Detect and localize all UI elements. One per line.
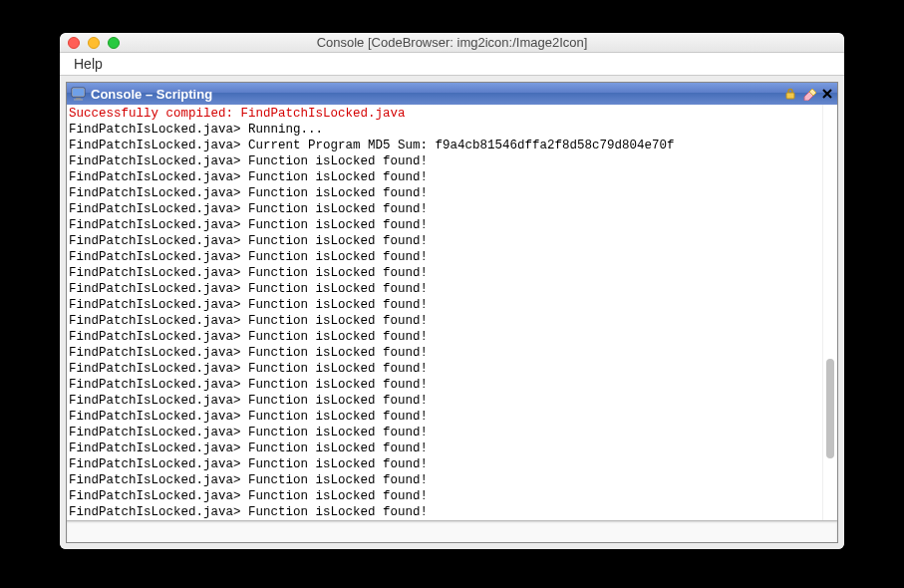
console-line: FindPatchIsLocked.java> Function isLocke…	[69, 281, 820, 297]
console-line: FindPatchIsLocked.java> Function isLocke…	[69, 153, 820, 169]
zoom-icon[interactable]	[108, 37, 120, 49]
console-line: FindPatchIsLocked.java> Current Program …	[69, 138, 820, 153]
svg-rect-2	[76, 98, 81, 100]
svg-rect-1	[73, 89, 84, 96]
svg-rect-4	[786, 93, 794, 99]
monitor-icon	[71, 87, 86, 101]
content-area: Console – Scripting	[60, 76, 844, 549]
console-line: FindPatchIsLocked.java> Function isLocke…	[69, 472, 820, 488]
traffic-lights	[68, 37, 120, 49]
console-line: FindPatchIsLocked.java> Function isLocke…	[69, 377, 820, 393]
console-line: FindPatchIsLocked.java> Function isLocke…	[69, 409, 820, 425]
console-line: FindPatchIsLocked.java> Function isLocke…	[69, 233, 820, 249]
console-line: FindPatchIsLocked.java> Function isLocke…	[69, 345, 820, 361]
console-line: FindPatchIsLocked.java> Function isLocke…	[69, 441, 820, 456]
console-line: FindPatchIsLocked.java> Function isLocke…	[69, 329, 820, 345]
console-line: FindPatchIsLocked.java> Function isLocke…	[69, 217, 820, 233]
console-line: FindPatchIsLocked.java> Function isLocke…	[69, 201, 820, 217]
menu-help[interactable]: Help	[66, 54, 111, 74]
scrollbar-thumb[interactable]	[826, 359, 834, 458]
console-line: FindPatchIsLocked.java> Function isLocke…	[69, 265, 820, 281]
console-line: FindPatchIsLocked.java> Function isLocke…	[69, 249, 820, 265]
svg-rect-3	[74, 100, 83, 101]
console-output[interactable]: Successfully compiled: FindPatchIsLocked…	[67, 105, 822, 520]
console-line: FindPatchIsLocked.java> Function isLocke…	[69, 488, 820, 504]
console-body-wrap: Successfully compiled: FindPatchIsLocked…	[67, 105, 837, 520]
eraser-icon[interactable]	[801, 87, 817, 101]
window-title: Console [CodeBrowser: img2icon:/Image2Ic…	[60, 35, 844, 50]
console-input-row	[67, 520, 837, 542]
console-line: FindPatchIsLocked.java> Function isLocke…	[69, 169, 820, 185]
vertical-scrollbar[interactable]	[822, 105, 837, 520]
console-line: FindPatchIsLocked.java> Running...	[69, 122, 820, 138]
minimize-icon[interactable]	[88, 37, 100, 49]
console-line: FindPatchIsLocked.java> Function isLocke…	[69, 185, 820, 201]
console-line: FindPatchIsLocked.java> Function isLocke…	[69, 425, 820, 441]
console-line: FindPatchIsLocked.java> Function isLocke…	[69, 456, 820, 472]
console-input[interactable]	[67, 521, 837, 542]
console-panel: Console – Scripting	[66, 82, 838, 543]
console-line: FindPatchIsLocked.java> Function isLocke…	[69, 393, 820, 409]
panel-title: Console – Scripting	[91, 87, 212, 102]
console-line: FindPatchIsLocked.java> Function isLocke…	[69, 297, 820, 313]
panel-header: Console – Scripting	[67, 83, 837, 105]
console-line: FindPatchIsLocked.java> Function isLocke…	[69, 504, 820, 520]
close-icon[interactable]	[68, 37, 80, 49]
console-line: FindPatchIsLocked.java> Function isLocke…	[69, 313, 820, 329]
titlebar[interactable]: Console [CodeBrowser: img2icon:/Image2Ic…	[60, 33, 844, 53]
menubar: Help	[60, 53, 844, 76]
close-panel-icon[interactable]	[821, 88, 833, 100]
lock-icon[interactable]	[783, 87, 797, 101]
console-line: Successfully compiled: FindPatchIsLocked…	[69, 106, 820, 122]
console-line: FindPatchIsLocked.java> Function isLocke…	[69, 361, 820, 377]
console-window: Console [CodeBrowser: img2icon:/Image2Ic…	[60, 33, 844, 549]
